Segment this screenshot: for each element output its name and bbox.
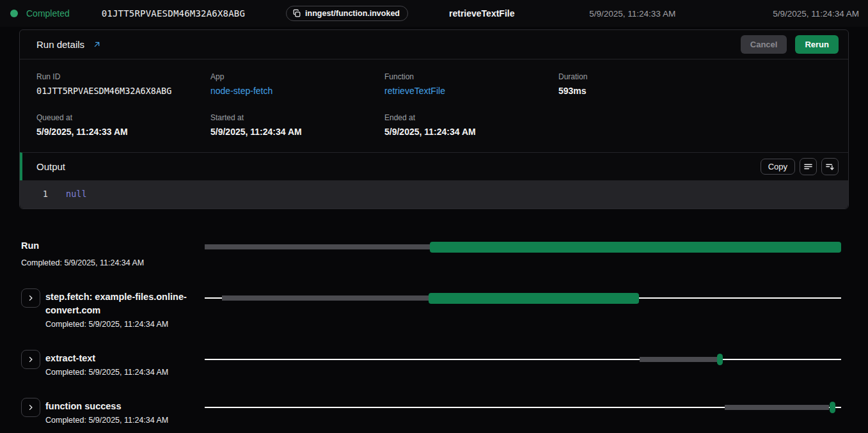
timeline-track [205,359,841,360]
cancel-button[interactable]: Cancel [741,35,787,54]
run-details-grid: Run ID 01JTT5RPVAESDM46M32A6X8ABG App no… [20,59,848,152]
detail-field: Started at 5/9/2025, 11:24:34 AM [210,113,384,137]
timeline-segment-queued [222,295,429,301]
output-value: null [48,189,87,199]
run-status: Completed [10,8,70,19]
step-name: step.fetch: example-files.online-convert… [45,290,191,317]
timeline-row: function success Completed: 5/9/2025, 11… [0,398,868,425]
detail-field: Function retrieveTextFile [384,72,558,96]
run-details-header: Run details Cancel Rerun [20,30,848,59]
step-name: Run [21,239,144,253]
timeline-row: extract-text Completed: 5/9/2025, 11:24:… [0,350,868,377]
function-name: retrieveTextFile [449,8,514,19]
expand-step-button[interactable] [21,288,40,308]
detail-field-label: Queued at [36,113,210,122]
detail-field-value: 5/9/2025, 11:24:34 AM [384,127,558,137]
copy-output-button[interactable]: Copy [761,159,795,175]
timeline-segment-marker [717,354,723,365]
status-label: Completed [26,8,70,19]
expand-step-button[interactable] [21,398,40,417]
parsed-output-icon[interactable] [821,158,839,175]
detail-field-label: Run ID [36,72,210,81]
external-link-icon[interactable] [92,40,102,49]
step-completed-timestamp: Completed: 5/9/2025, 11:24:34 AM [21,258,144,267]
started-at-timestamp: 5/9/2025, 11:24:34 AM [773,9,859,19]
step-completed-timestamp: Completed: 5/9/2025, 11:24:34 AM [45,416,168,425]
step-name: extract-text [45,352,168,365]
timeline-segment-run [429,293,638,304]
copy-icon [292,9,301,18]
run-status-bar: Completed 01JTT5RPVAESDM46M32A6X8ABG inn… [0,0,868,27]
detail-field: Queued at 5/9/2025, 11:24:33 AM [36,113,210,137]
rerun-button[interactable]: Rerun [795,35,839,54]
run-details-panel: Run details Cancel Rerun Run ID 01JTT5RP… [19,29,849,209]
detail-field: Run ID 01JTT5RPVAESDM46M32A6X8ABG [36,72,210,96]
detail-field-label: App [210,72,384,81]
detail-field-label: Function [384,72,558,81]
step-timeline-bar [205,350,841,370]
panel-title: Run details [36,39,84,50]
step-name: function success [45,400,168,413]
timeline-segment-queued [640,357,717,362]
detail-field-value: 593ms [558,86,832,96]
output-title: Output [36,161,65,172]
step-completed-timestamp: Completed: 5/9/2025, 11:24:34 AM [45,368,168,377]
detail-field-value[interactable]: retrieveTextFile [384,86,558,96]
step-timeline-bar [205,237,841,257]
queued-at-timestamp: 5/9/2025, 11:24:33 AM [589,9,675,19]
detail-field-value: 01JTT5RPVAESDM46M32A6X8ABG [36,86,210,96]
timeline-row: step.fetch: example-files.online-convert… [0,288,868,329]
output-code-block[interactable]: 1 null [20,180,848,209]
timeline-row: Run Completed: 5/9/2025, 11:24:34 AM [0,237,868,267]
detail-field-value: 5/9/2025, 11:24:34 AM [210,127,384,137]
step-completed-timestamp: Completed: 5/9/2025, 11:24:34 AM [45,320,191,329]
step-timeline-bar [205,288,841,308]
step-timeline-bar [205,398,841,418]
expand-step-button[interactable] [21,350,40,369]
line-number: 1 [20,189,48,199]
detail-field: App node-step-fetch [210,72,384,96]
run-timeline: Run Completed: 5/9/2025, 11:24:34 AM ste… [0,209,868,425]
event-trigger-label: inngest/function.invoked [305,9,400,18]
wrap-text-icon[interactable] [800,158,817,175]
detail-field-label: Duration [558,72,832,81]
detail-field-label: Started at [210,113,384,122]
detail-field-value[interactable]: node-step-fetch [210,86,384,96]
output-section-header: Output Copy [20,152,848,180]
timeline-segment-run [430,242,841,253]
timeline-segment-queued [205,244,430,249]
detail-field-label: Ended at [384,113,558,122]
timeline-segment-queued [725,405,829,410]
detail-field: Duration 593ms [558,72,832,96]
status-completed-icon [10,10,18,17]
event-trigger-badge[interactable]: inngest/function.invoked [286,6,408,21]
detail-field-value: 5/9/2025, 11:24:33 AM [36,127,210,137]
timeline-segment-marker [830,402,835,413]
run-id: 01JTT5RPVAESDM46M32A6X8ABG [102,8,245,19]
detail-field: Ended at 5/9/2025, 11:24:34 AM [384,113,558,137]
